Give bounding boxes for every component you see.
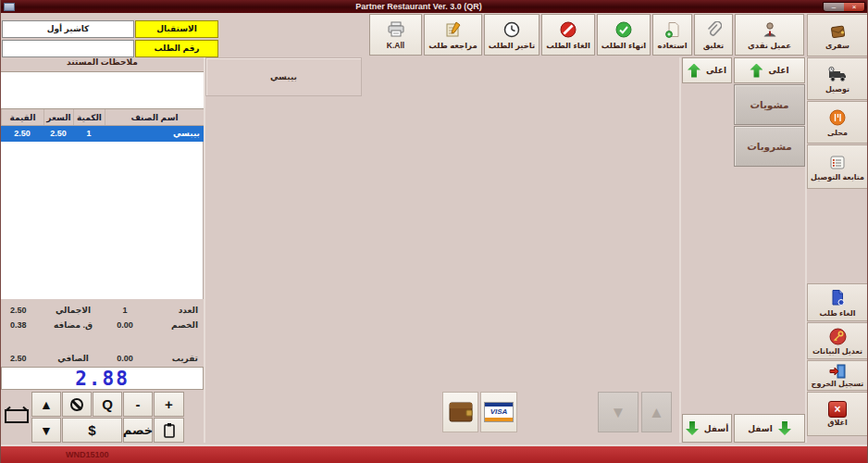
cancel-request-icon bbox=[829, 288, 846, 308]
toolbar-button-label: استعاده bbox=[657, 41, 687, 50]
no-sign-icon bbox=[70, 398, 83, 411]
sidebar-item-delivery[interactable]: توصيل bbox=[807, 57, 868, 100]
paperclip-icon bbox=[705, 19, 722, 40]
close-button[interactable]: × bbox=[844, 3, 864, 11]
down-triangle-icon: ▼ bbox=[611, 405, 626, 420]
review-order-button[interactable]: مراجعه طلب bbox=[424, 14, 482, 56]
categories-scroll-down-button[interactable]: اسفل bbox=[734, 414, 805, 443]
column-header-value: القيمة bbox=[1, 109, 43, 125]
toolbar-button-label: مراجعه طلب bbox=[428, 41, 477, 50]
keypad-minus-button[interactable]: - bbox=[123, 392, 153, 417]
title-bar: Partner Restaurant Ver. 3.0 (QR) – × bbox=[1, 0, 868, 13]
sidebar-item-label: محلى bbox=[827, 129, 848, 137]
visa-label: VISA bbox=[485, 407, 513, 416]
sidebar-item-close[interactable]: × اغلاق bbox=[807, 392, 868, 436]
toolbar-button-label: انهاء الطلب bbox=[601, 41, 646, 50]
restore-icon bbox=[664, 19, 681, 40]
keypad-plus-button[interactable]: + bbox=[154, 392, 184, 417]
delivery-truck-icon bbox=[827, 64, 848, 84]
category-label: مشويات bbox=[750, 99, 788, 110]
total-value: 2.50 bbox=[1, 306, 40, 315]
wallet-icon bbox=[447, 399, 475, 425]
cashier-field[interactable]: كاشير أول bbox=[2, 20, 134, 38]
window-title: Partner Restaurant Ver. 3.0 (QR) bbox=[15, 0, 823, 13]
toolbar-button-label: تعليق bbox=[703, 41, 725, 50]
sidebar-item-cancel-request[interactable]: الغاء طلب bbox=[807, 283, 868, 321]
order-table-row-selected[interactable]: 2.50 2.50 1 بيبسي bbox=[1, 126, 204, 142]
item-tile-pepsi[interactable]: بيبسي bbox=[205, 57, 362, 96]
count-value: 1 bbox=[106, 306, 143, 315]
cash-drawer-icon[interactable] bbox=[4, 405, 30, 425]
scroll-down-disabled-button[interactable]: ▼ bbox=[598, 392, 639, 432]
amount-display: 2.88 bbox=[1, 367, 204, 390]
amount-display-value: 2.88 bbox=[75, 368, 130, 390]
item-tile-label: بيبسي bbox=[270, 72, 297, 81]
sidebar-item-takeaway[interactable]: سفرى bbox=[807, 14, 868, 56]
sidebar-item-edit-data[interactable]: تعديل البيانات bbox=[807, 322, 868, 359]
sidebar-item-dine-in[interactable]: محلى bbox=[807, 101, 868, 144]
net-label: الصافي bbox=[40, 354, 106, 363]
cancel-order-button[interactable]: الغاء الطلب bbox=[541, 14, 595, 56]
cash-customer-button[interactable]: عميل نقدي bbox=[735, 14, 804, 56]
sidebar-item-label: سفرى bbox=[825, 42, 849, 50]
totals-line-2: 0.38 ق. مضافه 0.00 الخصم bbox=[1, 318, 204, 332]
keypad-void-button[interactable] bbox=[62, 392, 92, 417]
totals-line-1: 2.50 الاجمالي 1 العدد bbox=[1, 303, 204, 317]
restore-button[interactable]: استعاده bbox=[652, 14, 692, 56]
column-header-qty: الكمية bbox=[73, 109, 105, 125]
hold-order-button[interactable]: تعليق bbox=[694, 14, 733, 56]
sidebar-item-label: الغاء طلب bbox=[820, 309, 856, 318]
wallet-payment-button[interactable] bbox=[442, 392, 478, 432]
panel-separator bbox=[204, 57, 205, 443]
cancel-order-icon bbox=[560, 19, 577, 40]
document-notes-input[interactable] bbox=[1, 71, 204, 109]
kall-print-button[interactable]: K.All bbox=[369, 14, 422, 56]
up-triangle-icon: ▲ bbox=[649, 405, 664, 420]
category-grills-button[interactable]: مشويات bbox=[734, 84, 805, 125]
cell-qty: 1 bbox=[73, 126, 105, 142]
minimize-button[interactable]: – bbox=[824, 3, 844, 11]
delay-order-button[interactable]: تاخير الطلب bbox=[484, 14, 539, 56]
category-label: مشروبات bbox=[747, 141, 792, 152]
keypad-discount-button[interactable]: خصم bbox=[123, 418, 153, 443]
logout-door-icon bbox=[828, 364, 847, 379]
order-number-label: رقم الطلب bbox=[135, 40, 218, 57]
items-scroll-up-button[interactable]: اعلى bbox=[682, 57, 732, 83]
categories-scroll-up-button[interactable]: اعلى bbox=[734, 57, 805, 83]
order-table-header: القيمة السعر الكمية اسم الصنف bbox=[1, 109, 204, 126]
printer-icon bbox=[386, 19, 406, 40]
scroll-down-label: اسفل bbox=[748, 424, 772, 433]
document-notes-label: ملاحظات المستند bbox=[1, 57, 204, 67]
keypad-up-button[interactable]: ▲ bbox=[31, 392, 61, 417]
takeaway-bag-icon bbox=[828, 20, 847, 41]
toolbar-button-label: الغاء الطلب bbox=[546, 41, 590, 50]
keypad-dollar-button[interactable]: $ bbox=[62, 418, 122, 443]
cash-customer-icon bbox=[762, 19, 778, 40]
edit-data-key-icon bbox=[829, 326, 847, 346]
keypad-clipboard-button[interactable] bbox=[154, 418, 184, 443]
sidebar-item-logout[interactable]: تسجيل الخروج bbox=[807, 360, 868, 391]
order-number-field[interactable] bbox=[2, 40, 134, 57]
items-scroll-down-button[interactable]: أسفل bbox=[682, 414, 732, 443]
dine-in-icon bbox=[829, 107, 846, 128]
category-drinks-button[interactable]: مشروبات bbox=[734, 126, 805, 167]
finish-order-button[interactable]: انهاء الطلب bbox=[597, 14, 651, 56]
down-triangle-icon: ▼ bbox=[40, 424, 53, 437]
delay-order-icon bbox=[503, 19, 520, 40]
status-bar: WND15100 bbox=[1, 444, 868, 463]
visa-payment-button[interactable]: VISA bbox=[480, 392, 517, 432]
visa-card-icon: VISA bbox=[484, 402, 514, 422]
order-items-list[interactable] bbox=[1, 142, 204, 299]
rounding-label: تقريب bbox=[143, 354, 204, 363]
sidebar-item-label: تسجيل الخروج bbox=[812, 380, 864, 388]
sidebar-item-delivery-followup[interactable]: متابعة التوصيل bbox=[807, 144, 868, 189]
count-label: العدد bbox=[143, 306, 204, 315]
discount-value: 0.00 bbox=[106, 320, 143, 330]
scroll-up-disabled-button[interactable]: ▲ bbox=[641, 392, 672, 432]
keypad-quantity-button[interactable]: Q bbox=[93, 392, 122, 417]
green-up-arrow-icon bbox=[750, 64, 763, 78]
category-separator bbox=[679, 57, 681, 443]
keypad-down-button[interactable]: ▼ bbox=[31, 418, 61, 443]
sidebar-item-label: متابعة التوصيل bbox=[811, 173, 864, 181]
scroll-up-label: اعلى bbox=[768, 66, 788, 75]
